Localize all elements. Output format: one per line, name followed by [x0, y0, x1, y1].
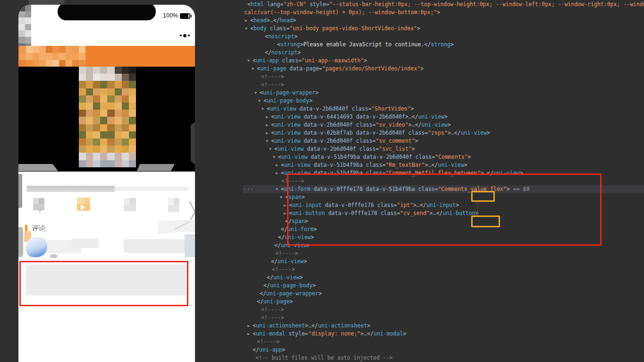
expand-arrow-down-icon[interactable]: ▼ — [262, 105, 264, 113]
mosaic-cell — [115, 153, 122, 160]
like-count-label: 2 — [39, 208, 41, 213]
mosaic-cell — [86, 124, 93, 132]
devtools-line[interactable]: ▶<uni-modal style="display: none;">…</un… — [195, 330, 644, 338]
devtools-line[interactable]: <noscript> — [195, 33, 644, 41]
icon-star-mosaic[interactable] — [124, 198, 136, 211]
devtools-line[interactable]: ▶<uni-view data-v-51b4f9ba class="Commen… — [195, 169, 644, 177]
devtools-line[interactable]: ▶<uni-view data-v-2b6d040f class="sv_vid… — [195, 121, 644, 129]
mosaic-cell — [115, 131, 122, 139]
mosaic-cell — [39, 46, 46, 53]
devtools-line[interactable]: <!----> — [195, 314, 644, 322]
devtools-line[interactable]: ▼<uni-view data-v-2b6d040f class="sv_com… — [195, 137, 644, 145]
expand-arrow-down-icon[interactable]: ▼ — [280, 193, 282, 201]
expand-arrow-down-icon[interactable]: ▼ — [254, 89, 257, 97]
mosaic-cell — [100, 88, 108, 96]
devtools-line[interactable]: </uni-view> — [195, 233, 644, 241]
devtools-line[interactable]: calc(var(--top-window-height) + 0px); --… — [195, 9, 644, 17]
devtools-line[interactable]: ▼···<uni-form data-v-0fffe178 data-v-51b… — [195, 185, 644, 193]
devtools-line[interactable]: <!----> — [195, 81, 644, 89]
short-video-player[interactable] — [18, 67, 195, 172]
devtools-line[interactable]: <!----> — [195, 73, 644, 81]
devtools-line[interactable]: ▼<uni-page-body> — [195, 97, 644, 105]
devtools-line[interactable]: </uni-page> — [195, 298, 644, 306]
expand-arrow-right-icon[interactable]: ▶ — [245, 17, 247, 25]
devtools-line[interactable]: ▶<head>…</head> — [195, 17, 644, 25]
expand-arrow-right-icon[interactable]: ▶ — [276, 161, 278, 169]
devtools-line[interactable]: <!----> — [195, 266, 644, 274]
mosaic-cell — [129, 131, 136, 139]
mosaic-cell — [46, 60, 53, 67]
mosaic-cell — [122, 117, 129, 124]
devtools-line[interactable]: </noscript> — [195, 49, 644, 57]
mosaic-cell — [79, 124, 86, 132]
mosaic-cell — [25, 37, 32, 43]
mosaic-cell — [107, 103, 115, 110]
expand-arrow-right-icon[interactable]: ▶ — [284, 209, 286, 217]
mosaic-cell — [93, 146, 101, 153]
mosaic-cell — [93, 74, 101, 81]
expand-arrow-down-icon[interactable]: ▼ — [245, 25, 247, 33]
mosaic-cell — [72, 46, 79, 53]
devtools-line[interactable]: ▼<body class="uni-body pages-video-Short… — [195, 25, 644, 33]
expand-arrow-right-icon[interactable]: ▶ — [276, 169, 278, 177]
devtools-line[interactable]: <strong>Please enable JavaScript to cont… — [195, 41, 644, 49]
devtools-line[interactable]: </uni-form> — [195, 225, 644, 233]
mosaic-cell — [100, 117, 108, 124]
mosaic-cell — [122, 81, 129, 88]
devtools-line[interactable]: <!-- built files will be auto injected -… — [195, 354, 644, 362]
devtools-line[interactable]: </uni-view> — [195, 274, 644, 282]
expand-arrow-right-icon[interactable]: ▶ — [266, 113, 268, 121]
mosaic-cell — [107, 153, 115, 160]
expand-arrow-right-icon[interactable]: ▶ — [266, 129, 268, 137]
devtools-line[interactable]: ▼<uni-view data-v-51b4f9ba data-v-2b6d04… — [195, 153, 644, 161]
mosaic-cell — [129, 95, 136, 103]
phone-notch — [58, 5, 156, 20]
devtools-line[interactable]: ▼<uni-app class="uni-app--maxwidth"> — [195, 57, 644, 65]
devtools-line[interactable]: ▶<uni-view data-v-64414693 data-v-2b6d04… — [195, 113, 644, 121]
expand-arrow-right-icon[interactable]: ▶ — [266, 121, 268, 129]
devtools-line[interactable]: </uni-app> — [195, 346, 644, 354]
expand-arrow-down-icon[interactable]: ▼ — [273, 153, 275, 161]
mosaic-cell — [107, 160, 115, 168]
expand-arrow-right-icon[interactable]: ▶ — [284, 201, 286, 209]
devtools-line[interactable]: ▶<uni-view data-v-02b8f7ab data-v-2b6d04… — [195, 129, 644, 137]
devtools-line[interactable]: </span> — [195, 217, 644, 225]
devtools-line[interactable]: <!----> — [195, 250, 644, 258]
mosaic-cell — [39, 53, 46, 60]
expand-arrow-down-icon[interactable]: ▼ — [276, 185, 278, 193]
mosaic-cell — [122, 110, 129, 117]
devtools-line[interactable]: ▶<uni-button data-v-0fffe178 class="cv_s… — [195, 209, 644, 217]
devtools-line[interactable]: </uni-view> — [195, 258, 644, 266]
battery-icon — [180, 13, 190, 19]
devtools-line[interactable]: ▼<uni-page data-page="pages/video/ShortV… — [195, 65, 644, 73]
devtools-line[interactable]: <html lang="zh-CN" style="--status-bar-h… — [195, 0, 644, 9]
mosaic-cell — [79, 153, 86, 160]
mosaic-cell — [168, 205, 174, 212]
devtools-line[interactable]: <!----> — [195, 306, 644, 314]
expand-arrow-right-icon[interactable]: ▶ — [247, 322, 250, 330]
expand-arrow-down-icon[interactable]: ▼ — [247, 57, 250, 65]
devtools-line[interactable]: ▼<uni-page-wrapper> — [195, 89, 644, 97]
expand-arrow-down-icon[interactable]: ▼ — [269, 145, 271, 153]
devtools-line[interactable]: </uni-page-body> — [195, 282, 644, 290]
devtools-line[interactable]: <!----> — [195, 338, 644, 346]
expand-arrow-down-icon[interactable]: ▼ — [266, 137, 268, 145]
devtools-line[interactable]: </uni-view> — [195, 241, 644, 250]
devtools-line[interactable]: ▼<span> — [195, 193, 644, 201]
expand-arrow-right-icon[interactable]: ▶ — [247, 330, 250, 338]
devtools-line[interactable]: <!----> — [195, 177, 644, 185]
mosaic-cell — [66, 46, 73, 53]
battery-icon-tip — [191, 15, 192, 17]
icon-more-mosaic[interactable] — [168, 198, 179, 212]
expand-arrow-down-icon[interactable]: ▼ — [252, 65, 254, 73]
mosaic-cell — [168, 198, 174, 206]
devtools-line[interactable]: </uni-page-wrapper> — [195, 290, 644, 298]
more-menu-icon[interactable] — [180, 33, 192, 38]
expand-arrow-down-icon[interactable]: ▼ — [258, 97, 261, 105]
devtools-line[interactable]: ▼<uni-view data-v-2b6d040f class="svc_li… — [195, 145, 644, 153]
row-more-dots-icon[interactable]: ··· — [243, 185, 254, 193]
devtools-line[interactable]: ▶<uni-view data-v-51b4f9ba class="Rm_tex… — [195, 161, 644, 169]
devtools-line[interactable]: ▼<uni-view data-v-2b6d040f class="ShortV… — [195, 105, 644, 113]
devtools-line[interactable]: ▶<uni-actionsheet>…</uni-actionsheet> — [195, 322, 644, 330]
devtools-line[interactable]: ▶<uni-input data-v-0fffe178 class="ipt">… — [195, 201, 644, 209]
